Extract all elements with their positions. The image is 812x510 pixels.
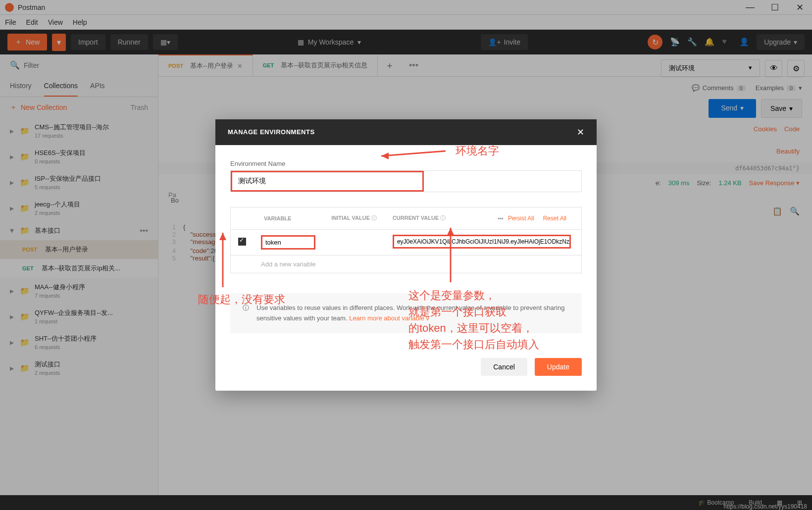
para-label: Pa [168,191,176,199]
col-initial: INITIAL VALUE ⓘ [324,207,385,229]
watermark: https://blog.csdn.net/yys190418 [723,503,807,510]
current-value-cell[interactable]: eyJ0eXAiOiJKV1QiLCJhbGciOiJIUzI1NiJ9.eyJ… [385,229,582,255]
env-name-input[interactable] [231,171,424,192]
update-button[interactable]: Update [535,358,582,376]
variables-table: VARIABLE INITIAL VALUE ⓘ CURRENT VALUE ⓘ… [230,207,582,273]
modal-title: MANAGE ENVIRONMENTS [228,128,577,136]
add-variable-row[interactable]: Add a new variable [254,255,582,273]
info-icon: ⓘ [243,303,249,324]
initial-value-cell[interactable] [324,229,385,255]
hint-box: ⓘ Use variables to reuse values in diffe… [230,293,582,334]
cancel-button[interactable]: Cancel [481,358,527,376]
manage-environments-modal: MANAGE ENVIRONMENTS ✕ Environment Name P… [215,119,597,391]
persist-all-button[interactable]: Persist All [508,215,534,222]
variable-cell[interactable]: token [254,229,324,255]
col-variable: VARIABLE [254,207,324,229]
modal-overlay: MANAGE ENVIRONMENTS ✕ Environment Name P… [0,0,812,510]
env-name-label: Environment Name [230,160,582,167]
hint-link[interactable]: Learn more about variable v [349,314,429,322]
close-icon[interactable]: ✕ [577,127,584,138]
checkbox[interactable] [238,238,246,246]
reset-all-button[interactable]: Reset All [543,215,566,222]
col-current: CURRENT VALUE ⓘ [385,207,469,229]
